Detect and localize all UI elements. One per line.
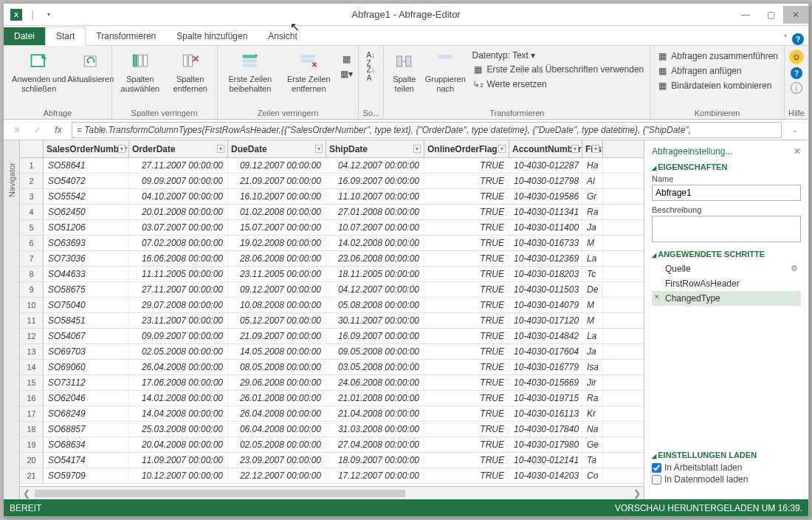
formula-input[interactable]: = Table.TransformColumnTypes(FirstRowAsH… <box>72 122 782 138</box>
table-row[interactable]: 2SO5407209.09.2007 00:00:0021.09.2007 00… <box>20 174 644 189</box>
table-row[interactable]: 19SO6863420.04.2008 00:00:0002.05.2008 0… <box>20 437 644 453</box>
status-left: BEREIT <box>10 503 41 513</box>
load-worksheet-checkbox[interactable]: In Arbeitsblatt laden <box>652 462 801 473</box>
load-heading: EINSTELLUNGEN LADEN <box>652 451 801 459</box>
svg-rect-4 <box>143 55 147 66</box>
refresh-button[interactable]: Aktualisieren <box>73 48 109 86</box>
table-row[interactable]: 18SO6885725.03.2008 00:00:0006.04.2008 0… <box>20 422 644 437</box>
data-grid: SalesOrderNumber OrderDate DueDate ShipD… <box>20 140 644 499</box>
ribbon-tabs: Datei Start Transformieren Spalte hinzuf… <box>4 26 808 46</box>
col-shipdate[interactable]: ShipDate <box>326 140 424 157</box>
merge-queries-button[interactable]: ▦Abfragen zusammenführen <box>655 49 780 63</box>
horizontal-scrollbar[interactable]: ❮❯ <box>20 486 644 499</box>
tab-addcolumn[interactable]: Spalte hinzufügen <box>166 27 258 45</box>
table-row[interactable]: 8SO4463311.11.2005 00:00:0023.11.2005 00… <box>20 267 644 282</box>
choose-columns-button[interactable]: Spalten auswählen <box>115 48 165 95</box>
pane-close-icon[interactable]: ✕ <box>794 146 801 157</box>
fx-accept-icon[interactable]: ✓ <box>30 125 45 135</box>
append-queries-button[interactable]: ▦Abfragen anfügen <box>655 64 780 78</box>
remove-rows-button[interactable]: Erste Zeilen entfernen <box>281 48 336 95</box>
navigator-pane[interactable]: Navigator <box>4 140 20 499</box>
svg-rect-11 <box>301 59 315 62</box>
qat-dropdown-icon[interactable]: ▾ <box>42 8 55 21</box>
table-row[interactable]: 10SO7504029.07.2008 00:00:0010.08.2008 0… <box>20 298 644 313</box>
svg-rect-15 <box>439 60 453 63</box>
close-button[interactable]: ✕ <box>783 6 808 24</box>
table-row[interactable]: 14SO6906026.04.2008 00:00:0008.05.2008 0… <box>20 360 644 375</box>
replace-values-button[interactable]: ↳₂Werte ersetzen <box>470 78 645 91</box>
table-row[interactable]: 16SO6204614.01.2008 00:00:0026.01.2008 0… <box>20 391 644 406</box>
remove-dup-icon[interactable]: ▦ <box>339 52 354 66</box>
table-row[interactable]: 15SO7311217.06.2008 00:00:0029.06.2008 0… <box>20 375 644 391</box>
query-settings-pane: Abfrageeinstellung...✕ EIGENSCHAFTEN Nam… <box>644 140 808 499</box>
fx-icon[interactable]: fx <box>51 125 66 135</box>
fx-expand-icon[interactable]: ⌄ <box>788 126 802 134</box>
ribbon: Anwenden und schließen Aktualisieren Abf… <box>4 46 808 120</box>
step-changedtype[interactable]: ChangedType <box>652 291 801 306</box>
table-row[interactable]: 12SO5406709.09.2007 00:00:0021.09.2007 0… <box>20 329 644 344</box>
query-name-input[interactable] <box>652 185 801 201</box>
tab-view[interactable]: Ansicht <box>258 27 307 45</box>
info-icon[interactable]: i <box>791 82 802 94</box>
gear-icon[interactable]: ⚙ <box>791 264 798 273</box>
datatype-dropdown[interactable]: Datentyp: Text ▾ <box>470 49 645 61</box>
quick-access-toolbar: X | ▾ <box>4 8 55 21</box>
table-row[interactable]: 6SO6369307.02.2008 00:00:0019.02.2008 00… <box>20 236 644 251</box>
tab-file[interactable]: Datei <box>4 27 45 45</box>
description-input[interactable] <box>652 216 801 242</box>
first-row-header-button[interactable]: ▦Erste Zeile als Überschriften verwenden <box>470 63 645 76</box>
col-firstname[interactable]: FirstN <box>582 140 603 157</box>
collapse-ribbon-icon[interactable]: ˄ <box>783 34 788 44</box>
table-row[interactable]: 4SO6245020.01.2008 00:00:0001.02.2008 00… <box>20 205 644 220</box>
fx-cancel-icon[interactable]: ✕ <box>10 125 24 135</box>
rownum-header[interactable] <box>20 140 44 157</box>
group-reduce-cols-label: Spalten verringern <box>115 107 214 119</box>
col-orderdate[interactable]: OrderDate <box>129 140 228 157</box>
col-salesordernumber[interactable]: SalesOrderNumber <box>44 140 129 157</box>
step-source[interactable]: Quelle⚙ <box>652 261 801 276</box>
maximize-button[interactable]: ▢ <box>758 6 783 24</box>
sort-desc-icon[interactable]: Z↓A <box>363 67 378 81</box>
group-by-button[interactable]: Gruppieren nach <box>423 48 467 95</box>
group-sort-label: So... <box>362 107 380 119</box>
svg-rect-13 <box>406 56 411 66</box>
table-row[interactable]: 20SO5417411.09.2007 00:00:0023.09.2007 0… <box>20 453 644 468</box>
help-icon[interactable]: ? <box>792 33 804 45</box>
desc-label: Beschreibung <box>652 205 801 214</box>
svg-rect-10 <box>301 55 315 58</box>
minimize-button[interactable]: — <box>733 6 758 24</box>
grid-header: SalesOrderNumber OrderDate DueDate ShipD… <box>20 140 644 158</box>
status-right: VORSCHAU HERUNTERGELADEN UM 16:39. <box>615 503 802 513</box>
sort-asc-icon[interactable]: A↓Z <box>363 52 378 66</box>
table-row[interactable]: 7SO7303616.06.2008 00:00:0028.06.2008 00… <box>20 251 644 267</box>
apply-close-button[interactable]: Anwenden und schließen <box>7 48 72 95</box>
feedback-icon[interactable]: ☺ <box>789 49 804 64</box>
tab-start[interactable]: Start <box>45 27 86 46</box>
help-button[interactable]: ? <box>791 67 802 79</box>
table-row[interactable]: 5SO5120603.07.2007 00:00:0015.07.2007 00… <box>20 220 644 236</box>
table-row[interactable]: 9SO5867527.11.2007 00:00:0009.12.2007 00… <box>20 282 644 298</box>
table-row[interactable]: 11SO5845123.11.2007 00:00:0005.12.2007 0… <box>20 313 644 329</box>
properties-heading: EIGENSCHAFTEN <box>652 162 801 171</box>
step-firstrowasheader[interactable]: FirstRowAsHeader <box>652 276 801 291</box>
col-onlineorderflag[interactable]: OnlineOrderFlag <box>424 140 509 157</box>
grid-body[interactable]: 1SO5864127.11.2007 00:00:0009.12.2007 00… <box>20 158 644 486</box>
keep-rows-button[interactable]: Erste Zeilen beibehalten <box>221 48 281 95</box>
remove-columns-button[interactable]: Spalten entfernen <box>167 48 214 95</box>
group-combine-label: Kombinieren <box>653 107 781 119</box>
svg-rect-8 <box>242 59 256 62</box>
table-row[interactable]: 1SO5864127.11.2007 00:00:0009.12.2007 00… <box>20 158 644 174</box>
name-label: Name <box>652 174 801 183</box>
load-datamodel-checkbox[interactable]: In Datenmodell laden <box>652 474 801 485</box>
col-accountnumber[interactable]: AccountNumber <box>509 140 582 157</box>
table-row[interactable]: 21SO5970910.12.2007 00:00:0022.12.2007 0… <box>20 468 644 484</box>
table-row[interactable]: 13SO6970302.05.2008 00:00:0014.05.2008 0… <box>20 344 644 360</box>
table-row[interactable]: 17SO6824914.04.2008 00:00:0026.04.2008 0… <box>20 406 644 422</box>
window-title: Abfrage1 - Abfrage-Editor <box>4 9 808 20</box>
col-duedate[interactable]: DueDate <box>228 140 326 157</box>
combine-binaries-button[interactable]: ▦Binärdateien kombinieren <box>655 79 780 92</box>
split-column-button[interactable]: Spalte teilen <box>387 48 422 95</box>
tab-transform[interactable]: Transformieren <box>86 27 166 45</box>
remove-errors-icon[interactable]: ▦▾ <box>339 67 354 81</box>
table-row[interactable]: 3SO5554204.10.2007 00:00:0016.10.2007 00… <box>20 189 644 205</box>
